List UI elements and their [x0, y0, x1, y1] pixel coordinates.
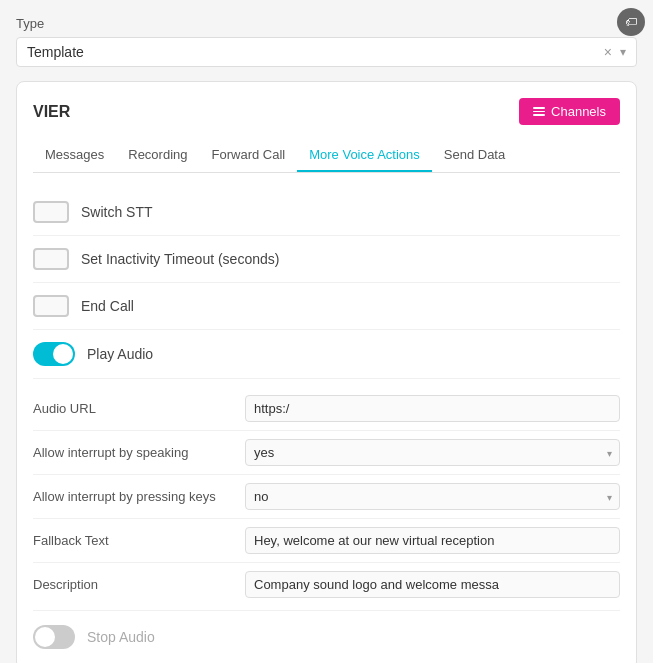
allow-interrupt-speaking-row: Allow interrupt by speaking yes no ▾ — [33, 431, 620, 475]
description-row: Description — [33, 563, 620, 606]
stop-audio-label: Stop Audio — [87, 629, 155, 645]
end-call-label: End Call — [81, 298, 134, 314]
allow-interrupt-speaking-select-wrapper: yes no ▾ — [245, 439, 620, 466]
type-label: Type — [16, 16, 637, 31]
tab-more-voice-actions[interactable]: More Voice Actions — [297, 139, 432, 172]
dropdown-icon[interactable]: ▾ — [620, 45, 626, 59]
end-call-toggle[interactable] — [33, 295, 69, 317]
tag-icon: 🏷 — [625, 15, 637, 29]
stop-audio-row: Stop Audio — [33, 610, 620, 653]
fallback-text-input[interactable] — [245, 527, 620, 554]
set-inactivity-timeout-row: Set Inactivity Timeout (seconds) — [33, 236, 620, 283]
switch-stt-toggle[interactable] — [33, 201, 69, 223]
tabs-container: Messages Recording Forward Call More Voi… — [33, 139, 620, 173]
play-audio-fields: Audio URL Allow interrupt by speaking ye… — [33, 379, 620, 606]
channels-button-label: Channels — [551, 104, 606, 119]
fallback-text-row: Fallback Text — [33, 519, 620, 563]
play-audio-toggle[interactable] — [33, 342, 75, 366]
tag-icon-button[interactable]: 🏷 — [617, 8, 645, 36]
audio-url-field-row: Audio URL — [33, 387, 620, 431]
allow-interrupt-keys-label: Allow interrupt by pressing keys — [33, 489, 233, 504]
vier-header: VIER Channels — [33, 98, 620, 125]
audio-url-label: Audio URL — [33, 401, 233, 416]
play-audio-row: Play Audio — [33, 330, 620, 379]
menu-icon — [533, 107, 545, 116]
channels-button[interactable]: Channels — [519, 98, 620, 125]
stop-audio-knob — [35, 627, 55, 647]
tab-recording[interactable]: Recording — [116, 139, 199, 172]
audio-url-input[interactable] — [245, 395, 620, 422]
switch-stt-label: Switch STT — [81, 204, 153, 220]
play-audio-label: Play Audio — [87, 346, 153, 362]
vier-card: VIER Channels Messages Recording Forward… — [16, 81, 637, 663]
tab-messages[interactable]: Messages — [33, 139, 116, 172]
allow-interrupt-speaking-label: Allow interrupt by speaking — [33, 445, 233, 460]
set-inactivity-label: Set Inactivity Timeout (seconds) — [81, 251, 279, 267]
allow-interrupt-keys-select[interactable]: yes no — [245, 483, 620, 510]
fallback-text-label: Fallback Text — [33, 533, 233, 548]
toggle-knob — [53, 344, 73, 364]
vier-title: VIER — [33, 103, 70, 121]
description-label: Description — [33, 577, 233, 592]
checkbox-inner — [45, 207, 57, 217]
allow-interrupt-keys-row: Allow interrupt by pressing keys yes no … — [33, 475, 620, 519]
clear-icon[interactable]: × — [604, 44, 612, 60]
allow-interrupt-keys-select-wrapper: yes no ▾ — [245, 483, 620, 510]
template-select[interactable]: Template × ▾ — [16, 37, 637, 67]
stop-audio-toggle[interactable] — [33, 625, 75, 649]
allow-interrupt-speaking-select[interactable]: yes no — [245, 439, 620, 466]
template-select-value: Template — [27, 44, 604, 60]
tab-send-data[interactable]: Send Data — [432, 139, 517, 172]
switch-stt-row: Switch STT — [33, 189, 620, 236]
set-inactivity-toggle[interactable] — [33, 248, 69, 270]
tab-forward-call[interactable]: Forward Call — [200, 139, 298, 172]
end-call-row: End Call — [33, 283, 620, 330]
description-input[interactable] — [245, 571, 620, 598]
